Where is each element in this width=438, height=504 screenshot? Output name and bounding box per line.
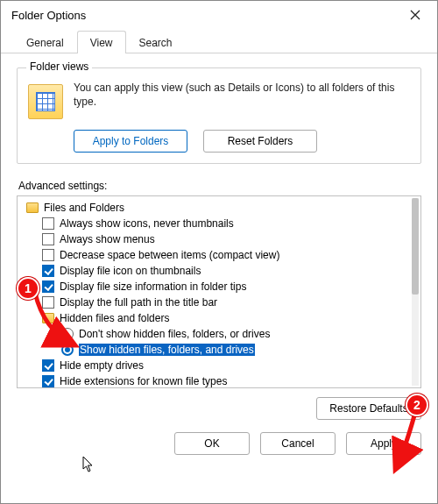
tree-hidden-files-folder[interactable]: Hidden files and folders [23, 310, 410, 326]
close-icon [410, 10, 420, 20]
tree-root-files-and-folders[interactable]: Files and Folders [23, 200, 410, 216]
advanced-settings-label: Advanced settings: [18, 180, 421, 192]
checkbox-icon[interactable] [42, 217, 54, 230]
opt-full-path-titlebar[interactable]: Display the full path in the title bar [23, 295, 410, 310]
checkbox-icon[interactable] [42, 265, 54, 277]
folder-views-text: You can apply this view (such as Details… [74, 81, 410, 109]
opt-icon-on-thumbnails[interactable]: Display file icon on thumbnails [23, 263, 410, 279]
titlebar: Folder Options [1, 1, 437, 29]
checkbox-icon[interactable] [42, 249, 54, 261]
radio-icon[interactable] [61, 344, 74, 356]
cursor-icon [82, 456, 95, 473]
checkbox-icon[interactable] [42, 359, 54, 372]
ok-button[interactable]: OK [174, 432, 250, 455]
opt-size-in-tips[interactable]: Display file size information in folder … [23, 279, 410, 295]
annotation-badge-2: 2 [406, 394, 428, 416]
opt-compact-view[interactable]: Decrease space between items (compact vi… [23, 247, 410, 263]
checkbox-icon[interactable] [42, 280, 54, 293]
close-button[interactable] [402, 2, 428, 28]
folder-options-window: Folder Options General View Search Folde… [0, 0, 438, 504]
apply-to-folders-button[interactable]: Apply to Folders [74, 130, 187, 153]
opt-dont-show-hidden[interactable]: Don't show hidden files, folders, or dri… [23, 326, 410, 342]
checkbox-icon[interactable] [42, 375, 54, 387]
advanced-scrollbar[interactable] [412, 198, 419, 386]
tab-general[interactable]: General [13, 31, 77, 53]
checkbox-icon[interactable] [42, 296, 54, 309]
advanced-settings-tree[interactable]: Files and Folders Always show icons, nev… [17, 195, 421, 388]
opt-always-icons[interactable]: Always show icons, never thumbnails [23, 216, 410, 231]
opt-hide-empty-drives[interactable]: Hide empty drives [23, 358, 410, 373]
folder-views-group: Folder views You can apply this view (su… [17, 67, 421, 164]
checkbox-icon[interactable] [42, 233, 54, 245]
apply-button[interactable]: Apply [346, 432, 421, 455]
reset-folders-button[interactable]: Reset Folders [203, 130, 317, 153]
tab-view[interactable]: View [77, 31, 126, 53]
window-title: Folder Options [11, 9, 86, 22]
tab-search[interactable]: Search [126, 31, 186, 53]
opt-always-menus[interactable]: Always show menus [23, 231, 410, 247]
folder-views-legend: Folder views [26, 60, 92, 73]
dialog-button-row: OK Cancel Apply [1, 420, 437, 455]
tab-strip: General View Search [1, 29, 437, 53]
folder-views-icon [28, 84, 63, 119]
folder-icon [26, 202, 39, 213]
cancel-button[interactable]: Cancel [260, 432, 336, 455]
annotation-badge-1: 1 [17, 277, 39, 300]
opt-hide-extensions[interactable]: Hide extensions for known file types [23, 373, 410, 387]
tab-page-view: Folder views You can apply this view (su… [1, 53, 437, 420]
scrollbar-thumb[interactable] [412, 198, 419, 295]
radio-icon[interactable] [61, 328, 74, 340]
folder-icon [42, 313, 54, 323]
opt-show-hidden[interactable]: Show hidden files, folders, and drives [23, 342, 410, 358]
